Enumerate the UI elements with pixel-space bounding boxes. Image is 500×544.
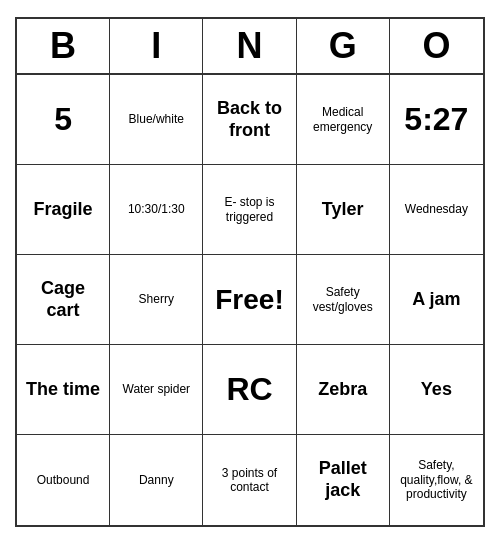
bingo-card: BINGO 5Blue/whiteBack to frontMedical em… xyxy=(15,17,485,527)
cell-r4-c0: Outbound xyxy=(17,435,110,525)
header-letter-i: I xyxy=(110,19,203,73)
cell-r0-c2: Back to front xyxy=(203,75,296,165)
cell-r1-c2: E- stop is triggered xyxy=(203,165,296,255)
cell-r4-c3: Pallet jack xyxy=(297,435,390,525)
cell-r0-c0: 5 xyxy=(17,75,110,165)
cell-r3-c1: Water spider xyxy=(110,345,203,435)
cell-r2-c0: Cage cart xyxy=(17,255,110,345)
cell-r4-c2: 3 points of contact xyxy=(203,435,296,525)
cell-r1-c0: Fragile xyxy=(17,165,110,255)
cell-r4-c1: Danny xyxy=(110,435,203,525)
cell-r1-c4: Wednesday xyxy=(390,165,483,255)
cell-r3-c4: Yes xyxy=(390,345,483,435)
header-letter-n: N xyxy=(203,19,296,73)
bingo-header: BINGO xyxy=(17,19,483,75)
cell-r2-c3: Safety vest/gloves xyxy=(297,255,390,345)
cell-r1-c1: 10:30/1:30 xyxy=(110,165,203,255)
cell-r0-c1: Blue/white xyxy=(110,75,203,165)
cell-r0-c4: 5:27 xyxy=(390,75,483,165)
cell-r2-c2: Free! xyxy=(203,255,296,345)
header-letter-g: G xyxy=(297,19,390,73)
header-letter-o: O xyxy=(390,19,483,73)
bingo-grid: 5Blue/whiteBack to frontMedical emergenc… xyxy=(17,75,483,525)
cell-r3-c3: Zebra xyxy=(297,345,390,435)
cell-r3-c0: The time xyxy=(17,345,110,435)
cell-r2-c4: A jam xyxy=(390,255,483,345)
cell-r3-c2: RC xyxy=(203,345,296,435)
cell-r0-c3: Medical emergency xyxy=(297,75,390,165)
cell-r1-c3: Tyler xyxy=(297,165,390,255)
header-letter-b: B xyxy=(17,19,110,73)
cell-r4-c4: Safety, quality,flow, & productivity xyxy=(390,435,483,525)
cell-r2-c1: Sherry xyxy=(110,255,203,345)
